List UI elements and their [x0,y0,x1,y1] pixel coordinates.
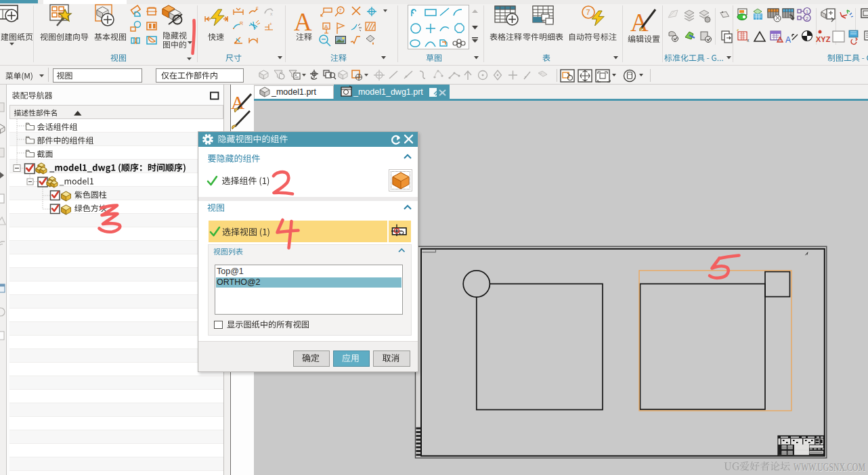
svg-text:XYZ: XYZ [816,35,831,43]
svg-text:R: R [240,21,243,26]
svg-text:7: 7 [339,8,342,13]
svg-text:1: 1 [806,9,808,14]
svg-text:A: A [630,9,649,37]
svg-text:x: x [747,38,750,43]
svg-text:c: c [256,5,259,10]
svg-text:+: + [269,22,272,26]
svg-text:x: x [270,12,273,16]
svg-text:2: 2 [806,16,808,21]
svg-text:A: A [785,35,791,45]
svg-text:A: A [324,24,328,30]
svg-text:A: A [294,8,312,36]
svg-text:7: 7 [586,8,590,16]
